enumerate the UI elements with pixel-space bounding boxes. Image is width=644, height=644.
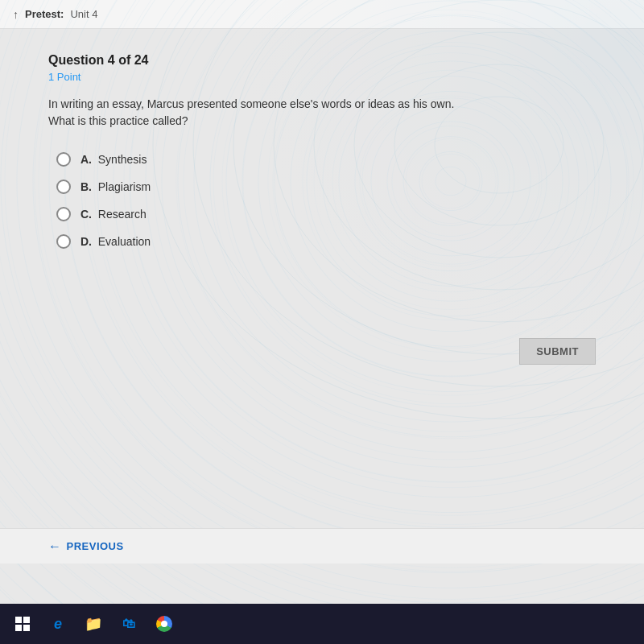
submit-button[interactable]: SUBMIT <box>519 338 596 365</box>
previous-label: PREVIOUS <box>67 540 124 552</box>
option-a[interactable]: A. Synthesis <box>56 152 596 167</box>
radio-a[interactable] <box>56 152 71 167</box>
submit-container: SUBMIT <box>519 338 596 365</box>
question-number: Question 4 of 24 <box>48 53 596 68</box>
store-icon: 🛍 <box>122 617 135 631</box>
bottom-bar: ← PREVIOUS <box>0 528 644 564</box>
option-c-label: C. Research <box>80 208 147 221</box>
option-d-key: D. <box>80 235 92 248</box>
top-nav: ↑ Pretest: Unit 4 <box>0 0 644 29</box>
windows-start-button[interactable] <box>6 608 39 640</box>
radio-b[interactable] <box>56 180 71 194</box>
option-b-label: B. Plagiarism <box>80 180 151 193</box>
pretest-label: Pretest: <box>25 8 64 20</box>
unit-label: Unit 4 <box>70 8 97 20</box>
question-points: 1 Point <box>48 71 596 83</box>
option-a-label: A. Synthesis <box>80 153 147 166</box>
folder-icon: 📁 <box>85 615 102 633</box>
back-icon[interactable]: ↑ <box>13 8 19 21</box>
previous-arrow-icon: ← <box>48 539 62 554</box>
options-list: A. Synthesis B. Plagiarism C. Research <box>56 152 596 249</box>
radio-d[interactable] <box>56 234 71 249</box>
store-button[interactable]: 🛍 <box>113 608 145 640</box>
chrome-icon <box>156 616 172 632</box>
option-d-label: D. Evaluation <box>80 235 151 248</box>
windows-icon <box>15 617 30 631</box>
radio-c[interactable] <box>56 207 71 221</box>
option-b[interactable]: B. Plagiarism <box>56 180 596 194</box>
file-explorer-button[interactable]: 📁 <box>77 608 109 640</box>
chrome-button[interactable] <box>148 608 180 640</box>
option-a-key: A. <box>80 153 92 166</box>
taskbar: e 📁 🛍 <box>0 604 644 644</box>
edge-icon: e <box>54 616 62 633</box>
option-b-key: B. <box>80 180 92 193</box>
main-content: Question 4 of 24 1 Point In writing an e… <box>0 29 644 273</box>
option-c[interactable]: C. Research <box>56 207 596 221</box>
option-c-key: C. <box>80 208 92 221</box>
question-text: In writing an essay, Marcus presented so… <box>48 96 467 130</box>
option-d[interactable]: D. Evaluation <box>56 234 596 249</box>
edge-button[interactable]: e <box>42 608 74 640</box>
previous-button[interactable]: ← PREVIOUS <box>48 539 124 554</box>
question-header: Question 4 of 24 1 Point <box>48 53 596 83</box>
